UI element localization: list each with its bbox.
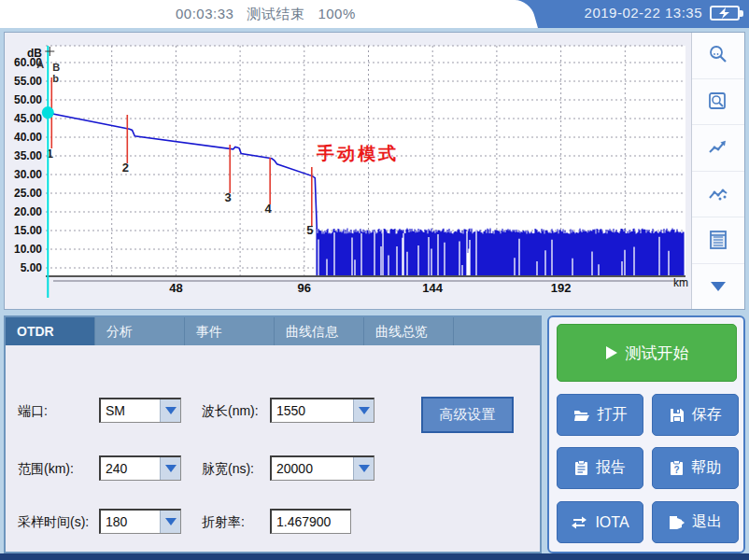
svg-text:手动模式: 手动模式 bbox=[316, 144, 399, 163]
svg-text:40.00: 40.00 bbox=[14, 131, 42, 144]
start-test-button[interactable]: 测试开始 bbox=[557, 324, 737, 382]
svg-text:30.00: 30.00 bbox=[14, 168, 42, 181]
header-right-group: 2019-02-22 13:35 bbox=[585, 5, 740, 21]
test-status: 测试结束 bbox=[247, 6, 304, 21]
play-icon bbox=[605, 345, 618, 360]
svg-text:20.00: 20.00 bbox=[14, 205, 42, 218]
trace-chart-panel: 60.0055.0050.0045.0040.0035.0030.0025.00… bbox=[4, 32, 745, 310]
pulse-width-value: 20000 bbox=[272, 457, 353, 480]
datetime-label: 2019-02-22 13:35 bbox=[585, 5, 702, 21]
otdr-chart[interactable]: 60.0055.0050.0045.0040.0035.0030.0025.00… bbox=[5, 33, 692, 309]
sample-time-label: 采样时间(s): bbox=[18, 514, 89, 531]
svg-text:55.00: 55.00 bbox=[14, 75, 42, 88]
range-label: 范围(km): bbox=[18, 461, 74, 478]
svg-text:3: 3 bbox=[225, 190, 232, 204]
refraction-label: 折射率: bbox=[202, 514, 245, 531]
dropdown-arrow-icon[interactable] bbox=[160, 399, 180, 422]
report-button[interactable]: 报告 bbox=[557, 447, 643, 489]
trace-up-icon bbox=[707, 136, 729, 159]
actions-panel: 测试开始 打开 保存 bbox=[547, 315, 745, 553]
port-label: 端口: bbox=[18, 403, 48, 420]
trace-view-button[interactable] bbox=[692, 125, 744, 172]
magnifier-icon bbox=[707, 44, 729, 66]
multi-trace-view-button[interactable] bbox=[692, 172, 744, 218]
pulse-width-label: 脉宽(ns): bbox=[202, 461, 254, 478]
port-dropdown[interactable]: SM bbox=[99, 398, 181, 423]
zoom-tool-button[interactable] bbox=[692, 33, 744, 79]
refraction-input[interactable]: 1.467900 bbox=[270, 509, 351, 534]
chevron-down-icon bbox=[707, 278, 729, 295]
exit-door-icon bbox=[669, 515, 685, 530]
svg-text:B: B bbox=[52, 62, 60, 73]
svg-text:48: 48 bbox=[169, 281, 182, 295]
tab-analysis[interactable]: 分析 bbox=[95, 317, 185, 345]
chart-toolbar bbox=[691, 33, 744, 309]
svg-text:A: A bbox=[36, 59, 44, 70]
otdr-app-screen: 00:03:33测试结束100% 2019-02-22 13:35 60.005… bbox=[0, 0, 749, 560]
svg-text:4: 4 bbox=[265, 202, 273, 216]
folder-open-icon bbox=[573, 408, 590, 422]
sample-time-value: 180 bbox=[101, 511, 160, 533]
clipboard-report-icon bbox=[574, 460, 588, 476]
event-table-button[interactable] bbox=[692, 217, 744, 264]
svg-text:b: b bbox=[52, 73, 59, 84]
tab-trace-overview[interactable]: 曲线总览 bbox=[364, 317, 454, 345]
zoom-area-icon bbox=[707, 91, 729, 113]
grid-table-icon bbox=[707, 229, 729, 251]
bottom-frame-bar bbox=[0, 553, 749, 560]
iota-button[interactable]: IOTA bbox=[557, 501, 643, 543]
wavelength-label: 波长(nm): bbox=[202, 403, 259, 420]
dropdown-arrow-icon[interactable] bbox=[353, 457, 374, 480]
svg-text:dB: dB bbox=[27, 47, 42, 60]
tab-events[interactable]: 事件 bbox=[185, 317, 275, 345]
zoom-area-button[interactable] bbox=[692, 79, 744, 126]
loop-arrows-icon bbox=[571, 515, 587, 529]
otdr-settings-form: 端口: SM 波长(nm): 1550 高级设置 范围(km): 240 脉宽(… bbox=[6, 345, 540, 552]
svg-text:96: 96 bbox=[298, 281, 311, 295]
settings-panel: OTDR 分析 事件 曲线信息 曲线总览 端口: SM 波长(nm): 1550… bbox=[4, 315, 542, 553]
exit-button[interactable]: 退出 bbox=[652, 501, 739, 543]
svg-text:5: 5 bbox=[306, 223, 313, 237]
save-floppy-icon bbox=[670, 408, 685, 423]
svg-text:15.00: 15.00 bbox=[14, 224, 42, 237]
advanced-settings-button[interactable]: 高级设置 bbox=[421, 397, 514, 433]
svg-text:45.00: 45.00 bbox=[14, 112, 42, 125]
help-button[interactable]: ? 帮助 bbox=[652, 447, 739, 489]
open-button[interactable]: 打开 bbox=[557, 394, 643, 436]
dropdown-arrow-icon[interactable] bbox=[353, 399, 374, 422]
battery-charging-icon bbox=[710, 6, 740, 21]
tab-trace-info[interactable]: 曲线信息 bbox=[275, 317, 364, 345]
tab-otdr[interactable]: OTDR bbox=[6, 317, 95, 345]
range-dropdown[interactable]: 240 bbox=[99, 455, 181, 481]
elapsed-time: 00:03:33 bbox=[176, 6, 233, 21]
status-bar: 00:03:33测试结束100% 2019-02-22 13:35 bbox=[0, 0, 749, 28]
svg-text:35.00: 35.00 bbox=[14, 149, 42, 162]
pulse-width-dropdown[interactable]: 20000 bbox=[270, 455, 374, 481]
wavelength-dropdown[interactable]: 1550 bbox=[270, 398, 374, 423]
dropdown-arrow-icon[interactable] bbox=[160, 511, 180, 533]
svg-text:km: km bbox=[673, 276, 688, 289]
svg-text:10.00: 10.00 bbox=[14, 243, 42, 256]
port-value: SM bbox=[101, 399, 160, 422]
range-value: 240 bbox=[101, 457, 160, 480]
sample-time-dropdown[interactable]: 180 bbox=[99, 509, 181, 534]
svg-text:50.00: 50.00 bbox=[14, 93, 42, 106]
collapse-chart-button[interactable] bbox=[692, 264, 744, 310]
svg-text:?: ? bbox=[673, 465, 679, 475]
svg-text:144: 144 bbox=[422, 281, 443, 295]
main-frame: 60.0055.0050.0045.0040.0035.0030.0025.00… bbox=[0, 28, 749, 560]
progress-percent: 100% bbox=[318, 6, 355, 21]
svg-text:25.00: 25.00 bbox=[14, 187, 42, 200]
trace-scatter-icon bbox=[707, 183, 729, 205]
dropdown-arrow-icon[interactable] bbox=[160, 457, 180, 480]
svg-text:192: 192 bbox=[551, 281, 572, 295]
save-button[interactable]: 保存 bbox=[652, 394, 739, 436]
status-summary: 00:03:33测试结束100% bbox=[176, 6, 369, 23]
tab-bar: OTDR 分析 事件 曲线信息 曲线总览 bbox=[6, 317, 540, 345]
help-question-icon: ? bbox=[670, 460, 684, 476]
svg-text:5.00: 5.00 bbox=[21, 261, 43, 274]
svg-text:2: 2 bbox=[122, 161, 129, 175]
wavelength-value: 1550 bbox=[272, 399, 353, 422]
